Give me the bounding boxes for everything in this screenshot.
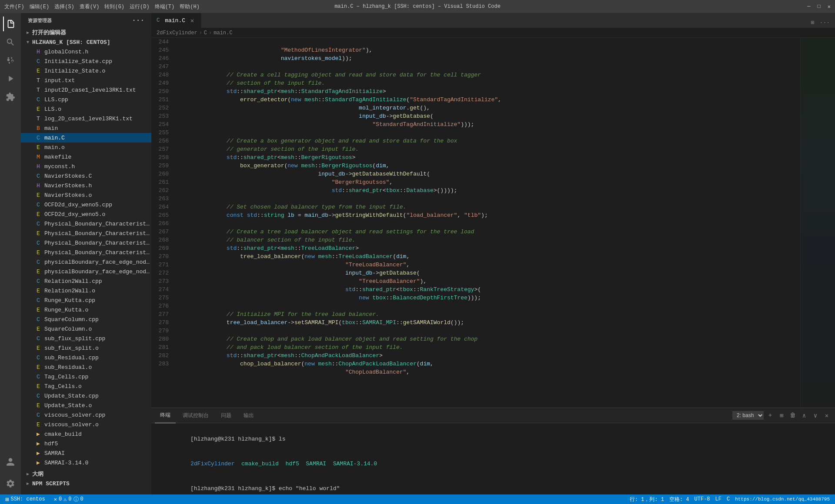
file-main-c[interactable]: C main.C — [21, 133, 151, 143]
folder-cmake_build[interactable]: ▶ cmake_build — [21, 429, 151, 439]
split-editor-icon[interactable]: ⊞ — [809, 17, 816, 28]
breadcrumb-root[interactable]: 2dFixCylinder — [157, 30, 197, 36]
outline-group[interactable]: ▶ 大纲 — [21, 469, 151, 479]
panel-tab-debug[interactable]: 调试控制台 — [177, 408, 214, 423]
file-main-o[interactable]: E main.o — [21, 143, 151, 152]
chevron-up-button[interactable]: ∧ — [799, 411, 809, 420]
file-Physical3D-o[interactable]: E Physical_Boundary_Characteristic3D.o — [21, 248, 151, 257]
file-Relation2Wall-o[interactable]: E Relation2Wall.o — [21, 286, 151, 295]
close-panel-button[interactable]: ✕ — [822, 411, 832, 420]
file-makefile[interactable]: M makefile — [21, 152, 151, 162]
file-Runge_Kutta-o[interactable]: E Runge_Kutta.o — [21, 305, 151, 315]
tab-close-button[interactable]: ✕ — [189, 17, 196, 24]
language-mode[interactable]: C — [725, 494, 731, 504]
window-controls[interactable]: ─ □ ✕ — [807, 3, 831, 10]
explorer-icon[interactable] — [3, 17, 18, 31]
maximize-button[interactable]: □ — [818, 3, 821, 10]
npm-group[interactable]: ▶ NPM SCRIPTS — [21, 479, 151, 488]
file-sub_flux_split-o[interactable]: E sub_flux_split.o — [21, 343, 151, 353]
trash-button[interactable]: 🗑 — [788, 411, 798, 420]
code-editor[interactable]: 244 245 246 247 248 249 250 251 252 253 … — [151, 38, 800, 408]
code-content[interactable]: "MethodOfLinesIntegrator"), navierstokes… — [172, 38, 800, 408]
indentation[interactable]: 空格: 4 — [668, 494, 691, 504]
menu-file[interactable]: 文件(F) — [4, 3, 24, 10]
minimize-button[interactable]: ─ — [807, 3, 810, 10]
file-txt-icon: T — [35, 77, 42, 84]
file-sub_Residual-cpp[interactable]: C sub_Residual.cpp — [21, 353, 151, 362]
file-log[interactable]: T log_2D_case1_level3RK1.txt — [21, 114, 151, 123]
file-Runge_Kutta-cpp[interactable]: C Runge_Kutta.cpp — [21, 295, 151, 305]
file-NavierStokes-C[interactable]: C NavierStokes.C — [21, 171, 151, 181]
error-status[interactable]: ✕ 0 ⚠ 0 ⓘ 0 — [52, 494, 85, 504]
file-SquareColumn-o[interactable]: E SquareColumn.o — [21, 324, 151, 334]
settings-icon[interactable] — [3, 476, 18, 491]
file-OCFD2d-o[interactable]: E OCFD2d_dxy_weno5.o — [21, 209, 151, 219]
panel-tab-output[interactable]: 输出 — [238, 408, 259, 423]
ssh-status[interactable]: ⊞ SSH: centos — [3, 494, 47, 504]
shell-selector[interactable]: 2: bash — [732, 411, 764, 420]
file-Update_State-cpp[interactable]: C Update_State.cpp — [21, 391, 151, 401]
file-physicalBoundary-o[interactable]: E physicalBoundary_face_edge_node.o — [21, 267, 151, 276]
file-input_txt[interactable]: T input.txt — [21, 76, 151, 85]
file-LLS_cpp[interactable]: C LLS.cpp — [21, 95, 151, 104]
folder-hdf5[interactable]: ▶ hdf5 — [21, 439, 151, 448]
account-icon[interactable] — [3, 454, 18, 469]
file-myconst[interactable]: H myconst.h — [21, 162, 151, 171]
sidebar-menu-icon[interactable]: ··· — [132, 17, 144, 24]
file-Initialize_State_cpp[interactable]: C Initialize_State.cpp — [21, 56, 151, 66]
source-control-icon[interactable] — [3, 53, 18, 68]
file-input2D[interactable]: T input2D_case1_level3RK1.txt — [21, 85, 151, 95]
file-NavierStokes-h[interactable]: H NavierStokes.h — [21, 181, 151, 190]
chevron-down-button[interactable]: ∨ — [811, 411, 820, 420]
menu-select[interactable]: 选择(S) — [54, 3, 74, 10]
file-main-bin[interactable]: B main — [21, 123, 151, 133]
file-Physical2D-cpp[interactable]: C Physical_Boundary_Characteristic2D.cpp — [21, 219, 151, 229]
split-terminal-button[interactable]: ⊞ — [777, 411, 786, 420]
menu-edit[interactable]: 编辑(E) — [30, 3, 50, 10]
menu-help[interactable]: 帮助(H) — [180, 3, 200, 10]
file-LLS_o[interactable]: E LLS.o — [21, 104, 151, 114]
folder-SAMRAI[interactable]: ▶ SAMRAI — [21, 448, 151, 458]
menu-goto[interactable]: 转到(G) — [104, 3, 124, 10]
file-Tag_Cells-cpp[interactable]: C Tag_Cells.cpp — [21, 372, 151, 381]
breadcrumb-file[interactable]: main.C — [214, 30, 232, 36]
file-SquareColumn-cpp[interactable]: C SquareColumn.cpp — [21, 315, 151, 324]
file-Initialize_State_o[interactable]: E Initialize_State.o — [21, 66, 151, 76]
more-actions-icon[interactable]: ··· — [818, 18, 832, 28]
panel-tab-problems[interactable]: 问题 — [216, 408, 237, 423]
open-editors-group[interactable]: ▶ 打开的编辑器 — [21, 28, 151, 37]
line-ending[interactable]: LF — [714, 494, 723, 504]
file-sub_flux_split-cpp[interactable]: C sub_flux_split.cpp — [21, 334, 151, 343]
file-sub_Residual-o[interactable]: E sub_Residual.o — [21, 362, 151, 372]
cursor-position[interactable]: 行: 1，列: 1 — [628, 494, 666, 504]
panel-tab-terminal[interactable]: 终端 — [155, 408, 176, 423]
new-terminal-button[interactable]: + — [765, 411, 775, 420]
search-icon[interactable] — [3, 35, 18, 50]
editor-tab-main[interactable]: C main.C ✕ — [151, 13, 201, 28]
file-Tag_Cells-o[interactable]: E Tag_Cells.o — [21, 381, 151, 391]
close-button[interactable]: ✕ — [828, 3, 831, 10]
breadcrumb-lang[interactable]: C — [204, 30, 207, 36]
menu-view[interactable]: 查看(V) — [80, 3, 100, 10]
file-OCFD2d-cpp[interactable]: C OCFD2d_dxy_weno5.cpp — [21, 200, 151, 209]
file-Relation2Wall-cpp[interactable]: C Relation2Wall.cpp — [21, 276, 151, 286]
file-Update_State-o[interactable]: E Update_State.o — [21, 401, 151, 410]
file-Physical3D-cpp[interactable]: C Physical_Boundary_Characteristic3D.cpp — [21, 238, 151, 248]
encoding[interactable]: UTF-8 — [693, 494, 712, 504]
folder-SAMRAI-3[interactable]: ▶ SAMRAI-3.14.0 — [21, 458, 151, 468]
file-viscous_solver-o[interactable]: E viscous_solver.o — [21, 420, 151, 429]
file-NavierStokes-o[interactable]: E NavierStokes.o — [21, 190, 151, 200]
run-icon[interactable] — [3, 71, 18, 86]
file-viscous_solver-cpp[interactable]: C viscous_solver.cpp — [21, 410, 151, 420]
terminal-content[interactable]: [hlzhang@k231 hlzhang_k]$ ls 2dFixCylind… — [151, 423, 835, 494]
workspace-group[interactable]: ▼ HLZHANG_K [SSH: CENTOS] — [21, 37, 151, 47]
file-physicalBoundary-cpp[interactable]: C physicalBoundary_face_edge_node.cpp — [21, 257, 151, 267]
code-line-244: "MethodOfLinesIntegrator"), — [172, 38, 800, 46]
menu-terminal[interactable]: 终端(T) — [155, 3, 175, 10]
file-Physical2D-o[interactable]: E Physical_Boundary_Characteristic2D.o — [21, 229, 151, 238]
menu-bar[interactable]: 文件(F) 编辑(E) 选择(S) 查看(V) 转到(G) 运行(D) 终端(T… — [4, 3, 200, 10]
file-globalConst[interactable]: H globalConst.h — [21, 47, 151, 56]
extensions-icon[interactable] — [3, 90, 18, 104]
feedback-link[interactable]: https://blog.csdn.net/qq_43488795 — [733, 494, 832, 504]
menu-run[interactable]: 运行(D) — [130, 3, 150, 10]
